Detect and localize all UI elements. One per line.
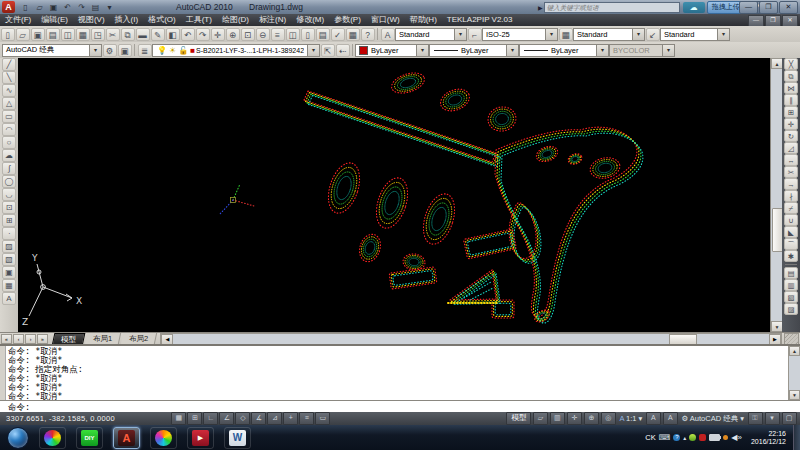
help-icon[interactable]: ? <box>361 28 375 41</box>
lwt-toggle[interactable]: ≡ <box>299 412 314 425</box>
dim-style-dropdown[interactable]: ISO-25▾ <box>482 28 558 41</box>
tab-nav-icon-1[interactable]: ‹ <box>13 334 24 344</box>
menu-n[interactable]: 标注(N) <box>254 14 291 26</box>
ellipse-arc-icon[interactable]: ◡ <box>2 188 16 201</box>
table-style-icon[interactable]: ▦ <box>559 28 573 41</box>
rotate-icon[interactable]: ↻ <box>784 130 798 142</box>
tray-expand-icon[interactable]: ▴ <box>683 434 686 441</box>
drawing-canvas[interactable]: YXZ <box>18 58 770 332</box>
undo-icon[interactable]: ↶ <box>181 28 195 41</box>
menu-p[interactable]: 参数(P) <box>329 14 366 26</box>
lineweight-dropdown[interactable]: ByLayer▾ <box>519 44 609 57</box>
menu-e[interactable]: 编辑(E) <box>36 14 73 26</box>
chamfer-icon[interactable]: ◣ <box>784 226 798 238</box>
layer-manager-icon[interactable]: ≣ <box>138 44 152 57</box>
search-collapse-icon[interactable]: ▶ <box>538 4 543 11</box>
app-pinwheel[interactable] <box>150 427 177 449</box>
canvas-vertical-scrollbar[interactable]: ▲ ▼ <box>770 58 782 332</box>
help-tray-icon[interactable]: ? <box>673 434 680 441</box>
annotation-visibility-icon[interactable]: A <box>646 412 661 425</box>
save-icon[interactable]: ▣ <box>48 2 60 13</box>
ortho-toggle[interactable]: ∟ <box>203 412 218 425</box>
xline-icon[interactable]: ╲ <box>2 71 16 84</box>
osnap-toggle[interactable]: ◇ <box>235 412 250 425</box>
otrack-toggle[interactable]: ∡ <box>251 412 266 425</box>
annotation-scale[interactable]: A 1:1 ▾ <box>619 414 642 423</box>
join-icon[interactable]: ∪ <box>784 214 798 226</box>
layer-previous-icon[interactable]: ⇠ <box>336 44 350 57</box>
insert-block-icon[interactable]: ⊡ <box>2 201 16 214</box>
menu-v[interactable]: 视图(V) <box>73 14 110 26</box>
communication-center-icon[interactable]: ☁ <box>683 2 705 13</box>
scroll-left-icon[interactable]: ◀ <box>161 334 173 345</box>
redo-icon[interactable]: ↷ <box>76 2 88 13</box>
menu-f[interactable]: 文件(F) <box>0 14 36 26</box>
scroll-right-icon[interactable]: ▶ <box>769 334 781 345</box>
grid-toggle[interactable]: ⊞ <box>187 412 202 425</box>
break-point-icon[interactable]: ∤ <box>784 190 798 202</box>
show-desktop-button[interactable] <box>793 425 800 450</box>
menu-m[interactable]: 修改(M) <box>291 14 329 26</box>
menu-t[interactable]: 工具(T) <box>181 14 217 26</box>
zoom-window-icon[interactable]: ⊡ <box>241 28 255 41</box>
command-vertical-scrollbar[interactable]: ▲ ▼ <box>788 346 800 400</box>
table-icon[interactable]: ▦ <box>2 279 16 292</box>
layer-color-icon[interactable]: ■ <box>190 46 195 55</box>
layer-dropdown[interactable]: 💡☀🔓■ S-B2021-LYF-3-...1-LPH-1-389242 ▾ <box>152 44 320 57</box>
layout-quickview-icon[interactable]: ▱ <box>533 412 548 425</box>
circle-icon[interactable]: ○ <box>2 136 16 149</box>
explode-icon[interactable]: ✱ <box>784 250 798 262</box>
polygon-icon[interactable]: △ <box>2 97 16 110</box>
hatch-icon[interactable]: ▨ <box>2 240 16 253</box>
alert-tray-icon[interactable] <box>699 434 706 441</box>
markup-icon[interactable]: ✓ <box>331 28 345 41</box>
draworder-back-icon[interactable]: ▥ <box>784 279 798 291</box>
3ddwf-icon[interactable]: ◳ <box>91 28 105 41</box>
draworder-front-icon[interactable]: ▤ <box>784 267 798 279</box>
erase-icon[interactable]: ╳ <box>784 58 798 70</box>
workspace-dropdown[interactable]: AutoCAD 经典▾ <box>2 44 102 57</box>
clean-screen-icon[interactable]: ▢ <box>782 412 797 425</box>
text-style-dropdown[interactable]: Standard▾ <box>395 28 467 41</box>
paste-icon[interactable]: ▬ <box>136 28 150 41</box>
open-icon[interactable]: ▱ <box>16 28 30 41</box>
dyn-toggle[interactable]: + <box>283 412 298 425</box>
stretch-icon[interactable]: ↔ <box>784 154 798 166</box>
open-icon[interactable]: ▱ <box>34 2 46 13</box>
model-space-button[interactable]: 模型 <box>506 412 531 425</box>
offset-icon[interactable]: ∥ <box>784 94 798 106</box>
save-icon[interactable]: ▣ <box>31 28 45 41</box>
blockeditor-icon[interactable]: ◧ <box>166 28 180 41</box>
rectangle-icon[interactable]: ▭ <box>2 110 16 123</box>
minimize-button[interactable]: — <box>739 1 758 14</box>
table-style-dropdown[interactable]: Standard▾ <box>573 28 645 41</box>
zoom-tool-icon[interactable]: ⊕ <box>584 412 599 425</box>
security-tray-icon[interactable] <box>689 434 696 441</box>
layer-freeze-icon[interactable]: ☀ <box>169 46 176 55</box>
app-diy[interactable]: DIY <box>76 427 103 449</box>
zoom-realtime-icon[interactable]: ⊕ <box>226 28 240 41</box>
point-icon[interactable]: ∙ <box>2 227 16 240</box>
menu-o[interactable]: 格式(O) <box>143 14 181 26</box>
linetype-dropdown[interactable]: ByLayer▾ <box>429 44 519 57</box>
search-input[interactable] <box>544 2 680 13</box>
app-autocad[interactable]: A <box>113 427 140 449</box>
input-method-indicator[interactable]: CK <box>645 433 655 442</box>
revcloud-icon[interactable]: ☁ <box>2 149 16 162</box>
zoom-previous-icon[interactable]: ⊖ <box>256 28 270 41</box>
quickcalc-icon[interactable]: ▦ <box>346 28 360 41</box>
pan-icon[interactable]: ✛ <box>211 28 225 41</box>
ducs-toggle[interactable]: ⊿ <box>267 412 282 425</box>
gradient-icon[interactable]: ▧ <box>2 253 16 266</box>
mleader-style-dropdown[interactable]: Standard▾ <box>660 28 730 41</box>
tab-布局1[interactable]: 布局1 <box>85 333 122 344</box>
command-history-window[interactable]: 命令: *取消*命令: *取消*命令: 指定对角点:命令: *取消*命令: *取… <box>0 344 800 400</box>
matchprop-icon[interactable]: ✎ <box>151 28 165 41</box>
battery-icon[interactable] <box>709 434 720 441</box>
trim-icon[interactable]: ✂ <box>784 166 798 178</box>
cmd-scroll-down-icon[interactable]: ▼ <box>789 390 800 400</box>
polar-toggle[interactable]: ∠ <box>219 412 234 425</box>
sheetset-icon[interactable]: ▤ <box>316 28 330 41</box>
polyline-icon[interactable]: ∿ <box>2 84 16 97</box>
qat-menu-icon[interactable]: ▾ <box>104 2 116 13</box>
